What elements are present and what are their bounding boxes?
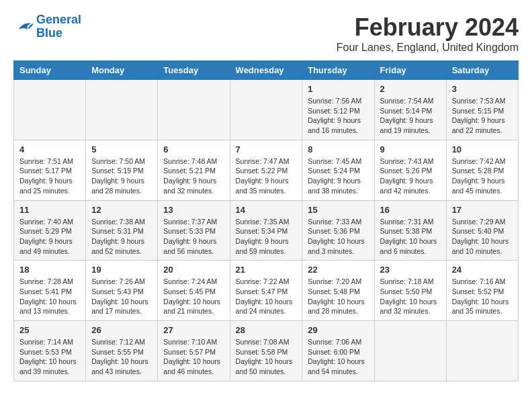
calendar-cell: 19Sunrise: 7:26 AMSunset: 5:43 PMDayligh… (86, 261, 158, 321)
calendar-cell: 17Sunrise: 7:29 AMSunset: 5:40 PMDayligh… (446, 200, 518, 261)
calendar-cell: 14Sunrise: 7:35 AMSunset: 5:34 PMDayligh… (230, 200, 302, 261)
day-info: Sunrise: 7:29 AMSunset: 5:40 PMDaylight:… (452, 217, 513, 257)
day-info: Sunrise: 7:31 AMSunset: 5:38 PMDaylight:… (380, 217, 441, 257)
day-info: Sunrise: 7:06 AMSunset: 6:00 PMDaylight:… (308, 337, 368, 377)
day-info: Sunrise: 7:40 AMSunset: 5:29 PMDaylight:… (19, 217, 80, 257)
day-info: Sunrise: 7:20 AMSunset: 5:48 PMDaylight:… (308, 277, 368, 316)
day-number: 26 (91, 325, 152, 335)
day-number: 27 (163, 325, 224, 335)
day-number: 15 (308, 205, 368, 215)
col-header-saturday: Saturday (446, 61, 518, 80)
day-info: Sunrise: 7:18 AMSunset: 5:50 PMDaylight:… (380, 277, 441, 316)
day-number: 9 (380, 144, 441, 154)
day-number: 10 (452, 144, 513, 154)
calendar-cell: 25Sunrise: 7:14 AMSunset: 5:53 PMDayligh… (14, 321, 86, 381)
calendar-cell: 18Sunrise: 7:28 AMSunset: 5:41 PMDayligh… (14, 261, 86, 321)
calendar-cell (158, 80, 230, 140)
day-info: Sunrise: 7:10 AMSunset: 5:57 PMDaylight:… (163, 337, 224, 377)
day-number: 6 (163, 144, 224, 154)
calendar-cell: 7Sunrise: 7:47 AMSunset: 5:22 PMDaylight… (230, 140, 302, 200)
day-number: 21 (236, 265, 297, 275)
day-info: Sunrise: 7:43 AMSunset: 5:26 PMDaylight:… (380, 156, 441, 196)
day-info: Sunrise: 7:54 AMSunset: 5:14 PMDaylight:… (380, 96, 441, 136)
day-info: Sunrise: 7:22 AMSunset: 5:47 PMDaylight:… (236, 277, 297, 316)
day-number: 29 (308, 325, 368, 335)
col-header-monday: Monday (86, 61, 158, 80)
calendar-cell: 26Sunrise: 7:12 AMSunset: 5:55 PMDayligh… (86, 321, 158, 381)
calendar-cell: 15Sunrise: 7:33 AMSunset: 5:36 PMDayligh… (302, 200, 374, 261)
day-number: 14 (236, 205, 297, 215)
title-block: February 2024 Four Lanes, England, Unite… (337, 13, 519, 54)
day-info: Sunrise: 7:42 AMSunset: 5:28 PMDaylight:… (452, 156, 513, 196)
day-number: 16 (380, 205, 441, 215)
calendar-cell: 12Sunrise: 7:38 AMSunset: 5:31 PMDayligh… (86, 200, 158, 261)
calendar-cell: 21Sunrise: 7:22 AMSunset: 5:47 PMDayligh… (230, 261, 302, 321)
calendar-cell: 11Sunrise: 7:40 AMSunset: 5:29 PMDayligh… (14, 200, 86, 261)
day-info: Sunrise: 7:35 AMSunset: 5:34 PMDaylight:… (236, 217, 297, 257)
calendar-cell: 1Sunrise: 7:56 AMSunset: 5:12 PMDaylight… (302, 80, 374, 140)
calendar-cell (86, 80, 158, 140)
day-number: 28 (236, 325, 297, 335)
calendar-cell: 28Sunrise: 7:08 AMSunset: 5:58 PMDayligh… (230, 321, 302, 381)
calendar-cell (14, 80, 86, 140)
calendar-cell (374, 321, 446, 381)
day-info: Sunrise: 7:53 AMSunset: 5:15 PMDaylight:… (452, 96, 513, 136)
day-info: Sunrise: 7:37 AMSunset: 5:33 PMDaylight:… (163, 217, 224, 257)
calendar-cell: 6Sunrise: 7:48 AMSunset: 5:21 PMDaylight… (158, 140, 230, 200)
day-number: 2 (380, 84, 441, 94)
day-number: 22 (308, 265, 368, 275)
day-info: Sunrise: 7:51 AMSunset: 5:17 PMDaylight:… (19, 156, 80, 196)
day-number: 19 (91, 265, 152, 275)
day-number: 7 (236, 144, 297, 154)
day-number: 23 (380, 265, 441, 275)
col-header-sunday: Sunday (14, 61, 86, 80)
day-number: 12 (91, 205, 152, 215)
day-number: 4 (19, 144, 80, 154)
day-info: Sunrise: 7:16 AMSunset: 5:52 PMDaylight:… (452, 277, 513, 316)
day-number: 3 (452, 84, 513, 94)
day-number: 11 (19, 205, 80, 215)
calendar-subtitle: Four Lanes, England, United Kingdom (337, 42, 519, 54)
calendar-cell: 29Sunrise: 7:06 AMSunset: 6:00 PMDayligh… (302, 321, 374, 381)
day-info: Sunrise: 7:26 AMSunset: 5:43 PMDaylight:… (91, 277, 152, 316)
calendar-cell: 4Sunrise: 7:51 AMSunset: 5:17 PMDaylight… (14, 140, 86, 200)
day-info: Sunrise: 7:33 AMSunset: 5:36 PMDaylight:… (308, 217, 368, 257)
col-header-friday: Friday (374, 61, 446, 80)
col-header-tuesday: Tuesday (158, 61, 230, 80)
day-info: Sunrise: 7:50 AMSunset: 5:19 PMDaylight:… (91, 156, 152, 196)
day-info: Sunrise: 7:45 AMSunset: 5:24 PMDaylight:… (308, 156, 368, 196)
calendar-cell: 20Sunrise: 7:24 AMSunset: 5:45 PMDayligh… (158, 261, 230, 321)
day-info: Sunrise: 7:56 AMSunset: 5:12 PMDaylight:… (308, 96, 368, 136)
day-number: 5 (91, 144, 152, 154)
day-info: Sunrise: 7:47 AMSunset: 5:22 PMDaylight:… (236, 156, 297, 196)
calendar-cell: 27Sunrise: 7:10 AMSunset: 5:57 PMDayligh… (158, 321, 230, 381)
day-info: Sunrise: 7:24 AMSunset: 5:45 PMDaylight:… (163, 277, 224, 316)
calendar-title: February 2024 (337, 13, 519, 42)
calendar-cell: 9Sunrise: 7:43 AMSunset: 5:26 PMDaylight… (374, 140, 446, 200)
logo-text: General Blue (36, 13, 81, 40)
day-number: 25 (19, 325, 80, 335)
day-info: Sunrise: 7:08 AMSunset: 5:58 PMDaylight:… (236, 337, 297, 377)
calendar-cell: 8Sunrise: 7:45 AMSunset: 5:24 PMDaylight… (302, 140, 374, 200)
day-info: Sunrise: 7:28 AMSunset: 5:41 PMDaylight:… (19, 277, 80, 316)
calendar-cell: 2Sunrise: 7:54 AMSunset: 5:14 PMDaylight… (374, 80, 446, 140)
day-number: 8 (308, 144, 368, 154)
calendar-table: SundayMondayTuesdayWednesdayThursdayFrid… (13, 60, 519, 381)
day-number: 20 (163, 265, 224, 275)
calendar-cell: 13Sunrise: 7:37 AMSunset: 5:33 PMDayligh… (158, 200, 230, 261)
day-number: 17 (452, 205, 513, 215)
day-info: Sunrise: 7:14 AMSunset: 5:53 PMDaylight:… (19, 337, 80, 377)
logo-bird-icon (13, 19, 34, 35)
col-header-thursday: Thursday (302, 61, 374, 80)
calendar-cell (230, 80, 302, 140)
day-number: 24 (452, 265, 513, 275)
day-number: 18 (19, 265, 80, 275)
day-number: 1 (308, 84, 368, 94)
day-number: 13 (163, 205, 224, 215)
calendar-cell: 10Sunrise: 7:42 AMSunset: 5:28 PMDayligh… (446, 140, 518, 200)
calendar-cell: 5Sunrise: 7:50 AMSunset: 5:19 PMDaylight… (86, 140, 158, 200)
calendar-cell: 23Sunrise: 7:18 AMSunset: 5:50 PMDayligh… (374, 261, 446, 321)
day-info: Sunrise: 7:12 AMSunset: 5:55 PMDaylight:… (91, 337, 152, 377)
col-header-wednesday: Wednesday (230, 61, 302, 80)
logo: General Blue (13, 13, 81, 40)
